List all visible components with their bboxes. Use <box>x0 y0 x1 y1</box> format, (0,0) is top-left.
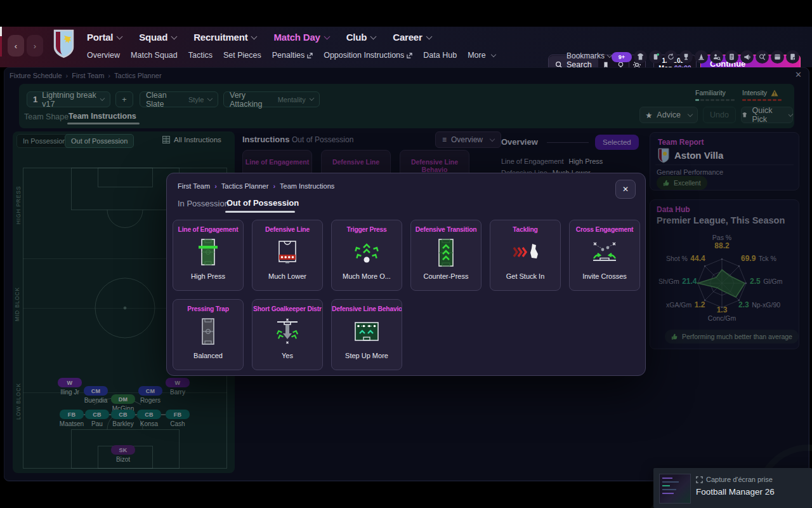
secondary-nav: Overview Match Squad Tactics Set Pieces … <box>87 51 495 60</box>
trigger-press-icon <box>332 233 402 272</box>
card-defensive-line[interactable]: Defensive Line Much Lower <box>252 220 323 291</box>
back-button[interactable]: ‹ <box>8 35 24 57</box>
steam-screenshot-toast[interactable]: Capture d'écran prise Football Manager 2… <box>653 468 812 508</box>
screenshot-thumbnail <box>659 474 691 504</box>
modal-tab-underline <box>225 211 295 213</box>
top-bar: ‹ › Portal Squad Recruitment Match Day C… <box>0 27 812 67</box>
subnav-penalties[interactable]: Penalties <box>272 51 313 60</box>
external-link-icon <box>407 53 412 58</box>
card-value: Yes <box>252 352 322 359</box>
modal-tab-out-of-possession[interactable]: Out of Possession <box>226 198 299 208</box>
refresh-icon[interactable] <box>664 50 678 64</box>
nav-match-day[interactable]: Match Day <box>273 32 329 43</box>
modal-tab-in-possession[interactable]: In Possession <box>178 199 229 208</box>
announcement-icon[interactable] <box>740 50 754 64</box>
card-line-of-engagement[interactable]: Line of Engagement High Press <box>173 220 244 291</box>
subnav-overview[interactable]: Overview <box>87 51 120 60</box>
short-gk-distribution-icon <box>252 312 322 352</box>
card-value: Invite Crosses <box>570 272 639 280</box>
nav-career[interactable]: Career <box>393 32 431 43</box>
card-value: Step Up More <box>332 352 402 359</box>
subnav-data-hub[interactable]: Data Hub <box>423 51 457 60</box>
card-title: Defensive Line Behavio <box>332 305 402 312</box>
defensive-line-icon <box>252 233 322 272</box>
card-title: Short Goalkeeper Distr <box>252 305 322 312</box>
primary-nav: Portal Squad Recruitment Match Day Club … <box>87 32 431 43</box>
line-of-engagement-icon <box>173 233 243 272</box>
subnav-opposition-instructions[interactable]: Opposition Instructions <box>324 51 412 60</box>
subnav-more[interactable]: More <box>468 51 495 60</box>
modal-close-button[interactable]: ✕ <box>615 180 636 199</box>
card-value: Much More O... <box>332 272 402 280</box>
card-cross-engagement[interactable]: Cross Engagement Invite Crosses <box>569 220 640 291</box>
subnav-tactics[interactable]: Tactics <box>188 51 213 60</box>
defensive-transition-icon <box>411 233 481 272</box>
card-title: Trigger Press <box>332 226 402 233</box>
inbox-notification-icon[interactable]: 9+ <box>612 52 632 62</box>
card-title: Cross Engagement <box>570 226 639 233</box>
window-edge-claret <box>0 36 2 57</box>
card-value: Balanced <box>173 352 243 359</box>
bookmarks-dropdown[interactable]: Bookmarks <box>566 51 612 60</box>
card-value: High Press <box>173 272 243 280</box>
calendar-icon[interactable] <box>771 50 784 64</box>
club-crest[interactable] <box>53 29 74 61</box>
notebook-icon[interactable] <box>786 50 799 64</box>
team-instructions-modal: First Team› Tactics Planner› Team Instru… <box>166 173 646 376</box>
scouting-icon[interactable] <box>710 50 723 64</box>
tackling-icon <box>490 233 560 272</box>
nav-club[interactable]: Club <box>346 32 376 43</box>
nav-portal[interactable]: Portal <box>87 32 122 43</box>
forward-button[interactable]: › <box>27 35 43 57</box>
card-title: Pressing Trap <box>173 305 243 312</box>
cross-engagement-icon <box>570 233 639 272</box>
external-link-icon <box>307 53 313 58</box>
toast-line2: Football Manager 26 <box>696 487 775 497</box>
instruction-cards-row-2: Pressing Trap Balanced Short Goalkeeper … <box>173 299 402 370</box>
card-value: Much Lower <box>252 272 322 280</box>
kit-icon[interactable] <box>634 50 647 64</box>
window-edge-white <box>0 27 2 36</box>
search-plus-icon[interactable] <box>756 50 769 64</box>
subnav-set-pieces[interactable]: Set Pieces <box>223 51 261 60</box>
card-defensive-transition[interactable]: Defensive Transition Counter-Press <box>410 220 481 291</box>
card-short-goalkeeper-distribution[interactable]: Short Goalkeeper Distr Yes <box>252 299 323 370</box>
training-cone-icon[interactable] <box>695 50 708 64</box>
trophy-icon[interactable] <box>679 50 693 64</box>
card-value: Counter-Press <box>411 272 481 280</box>
toolbar-icons: 9+ <box>612 50 799 64</box>
modal-breadcrumb[interactable]: First Team› Tactics Planner› Team Instru… <box>178 182 334 190</box>
card-trigger-press[interactable]: Trigger Press Much More O... <box>331 220 402 291</box>
card-title: Defensive Line <box>252 226 322 233</box>
card-title: Tackling <box>490 226 560 233</box>
card-tackling[interactable]: Tackling Get Stuck In <box>490 220 561 291</box>
fm26-screenshot: { "main": {"close": "✕"}, "header": { "n… <box>0 0 812 508</box>
cards-icon[interactable] <box>649 50 662 64</box>
defensive-line-behaviour-icon <box>332 312 402 352</box>
report-icon[interactable] <box>725 50 738 64</box>
nav-recruitment[interactable]: Recruitment <box>193 32 256 43</box>
instruction-cards-row-1: Line of Engagement High Press Defensive … <box>173 220 640 291</box>
card-pressing-trap[interactable]: Pressing Trap Balanced <box>173 299 244 370</box>
card-title: Line of Engagement <box>173 226 243 233</box>
nav-squad[interactable]: Squad <box>139 32 176 43</box>
toast-line1: Capture d'écran prise <box>696 476 773 483</box>
screenshot-icon <box>696 476 703 483</box>
card-title: Defensive Transition <box>411 226 481 233</box>
card-defensive-line-behaviour[interactable]: Defensive Line Behavio Step Up More <box>331 299 402 370</box>
subnav-match-squad[interactable]: Match Squad <box>131 51 178 60</box>
pressing-trap-icon <box>173 312 243 352</box>
card-value: Get Stuck In <box>490 272 560 280</box>
